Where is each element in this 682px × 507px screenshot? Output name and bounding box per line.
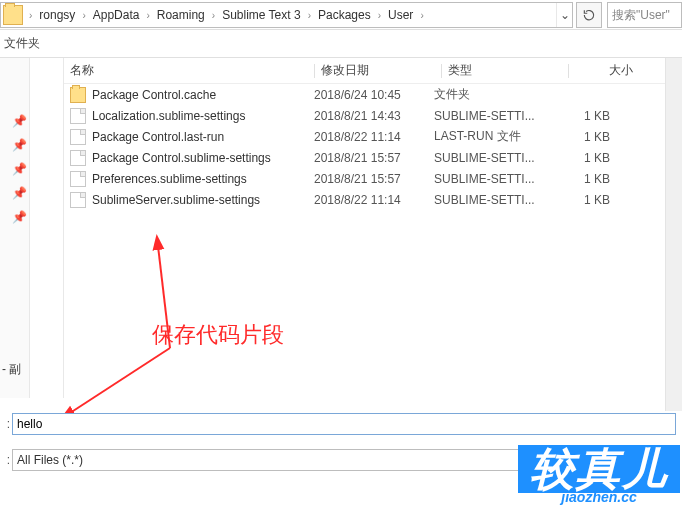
pin-icon: 📌 <box>12 138 22 148</box>
breadcrumb-item[interactable]: AppData <box>90 8 143 22</box>
file-icon <box>70 171 86 187</box>
filetype-label: : <box>2 453 10 467</box>
new-folder-label[interactable]: 文件夹 <box>4 35 40 52</box>
cell-date: 2018/6/24 10:45 <box>314 88 434 102</box>
search-input[interactable]: 搜索"User" <box>607 2 682 28</box>
breadcrumb-item[interactable]: User <box>385 8 416 22</box>
file-icon <box>70 108 86 124</box>
cell-type: SUBLIME-SETTI... <box>434 109 554 123</box>
cell-name: Package Control.last-run <box>92 130 314 144</box>
cell-type: SUBLIME-SETTI... <box>434 172 554 186</box>
cell-size: 1 KB <box>554 130 622 144</box>
header-name[interactable]: 名称 <box>70 62 314 79</box>
chevron-right-icon: › <box>25 10 36 21</box>
file-icon <box>70 129 86 145</box>
table-row[interactable]: Preferences.sublime-settings2018/8/21 15… <box>64 168 682 189</box>
table-row[interactable]: Package Control.sublime-settings2018/8/2… <box>64 147 682 168</box>
table-row[interactable]: Localization.sublime-settings2018/8/21 1… <box>64 105 682 126</box>
main-pane: 📌 📌 📌 📌 📌 - 副 名称 修改日期 类型 大小 Package Cont… <box>0 58 682 398</box>
cell-size: 1 KB <box>554 109 622 123</box>
header-date[interactable]: 修改日期 <box>321 62 441 79</box>
cell-name: Package Control.cache <box>92 88 314 102</box>
pin-icon: 📌 <box>12 186 22 196</box>
folder-icon <box>3 5 23 25</box>
chevron-down-icon: ⌄ <box>663 455 671 466</box>
cell-name: Localization.sublime-settings <box>92 109 314 123</box>
cell-date: 2018/8/21 15:57 <box>314 151 434 165</box>
chevron-right-icon: › <box>304 10 315 21</box>
cell-name: SublimeServer.sublime-settings <box>92 193 314 207</box>
header-size[interactable]: 大小 <box>575 62 645 79</box>
breadcrumb-item[interactable]: rongsy <box>36 8 78 22</box>
cell-date: 2018/8/22 11:14 <box>314 130 434 144</box>
save-dialog-bottom: : : All Files (*.*) ⌄ <box>0 411 682 473</box>
chevron-right-icon: › <box>78 10 89 21</box>
cell-date: 2018/8/21 15:57 <box>314 172 434 186</box>
address-bar: › rongsy › AppData › Roaming › Sublime T… <box>0 0 682 30</box>
pin-icon: 📌 <box>12 162 22 172</box>
column-headers: 名称 修改日期 类型 大小 <box>64 58 682 84</box>
cell-type: LAST-RUN 文件 <box>434 128 554 145</box>
table-row[interactable]: SublimeServer.sublime-settings2018/8/22 … <box>64 189 682 210</box>
cell-size: 1 KB <box>554 193 622 207</box>
breadcrumb-item[interactable]: Packages <box>315 8 374 22</box>
refresh-icon <box>582 8 596 22</box>
cell-size: 1 KB <box>554 151 622 165</box>
file-icon <box>70 192 86 208</box>
filename-input[interactable] <box>12 413 676 435</box>
toolbar: 文件夹 <box>0 30 682 58</box>
cell-name: Preferences.sublime-settings <box>92 172 314 186</box>
file-list: 名称 修改日期 类型 大小 Package Control.cache2018/… <box>64 58 682 398</box>
filename-label: : <box>2 417 10 431</box>
pin-icon: 📌 <box>12 114 22 124</box>
breadcrumb-item[interactable]: Sublime Text 3 <box>219 8 304 22</box>
cell-size: 1 KB <box>554 172 622 186</box>
cell-type: SUBLIME-SETTI... <box>434 151 554 165</box>
tree-gutter <box>30 58 64 398</box>
chevron-down-icon[interactable]: ⌄ <box>556 3 572 27</box>
chevron-right-icon: › <box>416 10 427 21</box>
chevron-right-icon: › <box>374 10 385 21</box>
cell-type: 文件夹 <box>434 86 554 103</box>
cell-type: SUBLIME-SETTI... <box>434 193 554 207</box>
file-icon <box>70 150 86 166</box>
refresh-button[interactable] <box>576 2 602 28</box>
filetype-combobox[interactable]: All Files (*.*) ⌄ <box>12 449 676 471</box>
folder-icon <box>70 87 86 103</box>
breadcrumb: › rongsy › AppData › Roaming › Sublime T… <box>25 8 428 22</box>
chevron-right-icon: › <box>142 10 153 21</box>
cell-date: 2018/8/21 14:43 <box>314 109 434 123</box>
search-placeholder: 搜索"User" <box>612 7 670 24</box>
nav-collapsed-label: - 副 <box>2 361 21 378</box>
header-type[interactable]: 类型 <box>448 62 568 79</box>
filetype-value: All Files (*.*) <box>17 453 83 467</box>
vertical-scrollbar[interactable] <box>665 58 682 411</box>
table-row[interactable]: Package Control.last-run2018/8/22 11:14L… <box>64 126 682 147</box>
pin-icon: 📌 <box>12 210 22 220</box>
table-row[interactable]: Package Control.cache2018/6/24 10:45文件夹 <box>64 84 682 105</box>
cell-date: 2018/8/22 11:14 <box>314 193 434 207</box>
cell-name: Package Control.sublime-settings <box>92 151 314 165</box>
breadcrumb-box[interactable]: › rongsy › AppData › Roaming › Sublime T… <box>0 2 573 28</box>
nav-sidebar: 📌 📌 📌 📌 📌 - 副 <box>0 58 30 398</box>
breadcrumb-item[interactable]: Roaming <box>154 8 208 22</box>
chevron-right-icon: › <box>208 10 219 21</box>
